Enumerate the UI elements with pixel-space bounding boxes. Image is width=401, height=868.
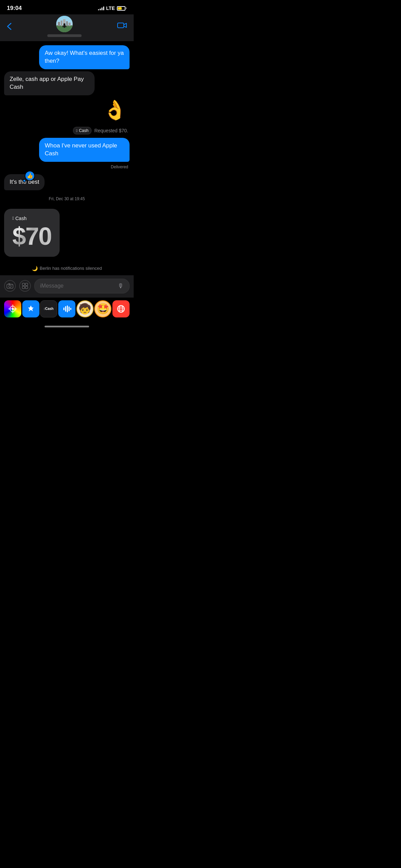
dock-cash-label: Cash xyxy=(44,307,53,311)
message-sent-2: Whoa I've never used Apple Cash xyxy=(4,138,130,162)
notifications-silenced: 🌙 Berlin has notifications silenced xyxy=(4,266,130,271)
svg-rect-29 xyxy=(69,306,70,311)
avatar xyxy=(56,16,73,32)
svg-point-13 xyxy=(9,285,11,288)
message-input-wrapper: iMessage 🎙 xyxy=(34,279,130,293)
svg-point-21 xyxy=(12,308,14,310)
bubble-received-1[interactable]: Zelle, cash app or Apple Pay Cash xyxy=(4,71,95,95)
apple-cash-request-row:  Cash Requested $70. xyxy=(4,127,130,134)
dock-web-app[interactable] xyxy=(112,300,130,317)
video-call-button[interactable] xyxy=(117,22,127,31)
battery-tip xyxy=(126,7,127,9)
svg-point-22 xyxy=(12,304,14,308)
dock-appstore-app[interactable] xyxy=(22,300,39,317)
svg-point-25 xyxy=(14,308,17,310)
status-bar: 19:04 LTE ⚡ xyxy=(0,0,134,14)
svg-rect-27 xyxy=(65,306,66,312)
bubble-sent-2[interactable]: Whoa I've never used Apple Cash xyxy=(39,138,130,162)
app-dock: Cash 🧒 🤩 xyxy=(0,298,134,323)
home-bar xyxy=(45,326,89,327)
svg-rect-17 xyxy=(25,283,28,286)
svg-point-23 xyxy=(12,310,14,313)
svg-point-15 xyxy=(12,285,12,285)
apps-button[interactable] xyxy=(19,280,31,292)
bubble-sent-1[interactable]: Aw okay! What's easiest for ya then? xyxy=(39,45,130,69)
signal-bar-4 xyxy=(103,7,104,10)
svg-rect-11 xyxy=(118,23,124,28)
status-time: 19:04 xyxy=(7,5,22,12)
messages-area: Aw okay! What's easiest for ya then? Zel… xyxy=(0,41,134,275)
battery-fill: ⚡ xyxy=(118,7,122,10)
camera-button[interactable] xyxy=(4,280,16,292)
battery-bolt-icon: ⚡ xyxy=(118,7,122,10)
svg-rect-30 xyxy=(70,308,71,310)
message-received-reaction-wrapper: It's the best 👍 xyxy=(4,174,130,190)
svg-point-24 xyxy=(8,308,12,310)
apple-cash-card-row:  Cash $70 xyxy=(4,207,130,258)
svg-rect-8 xyxy=(63,25,65,28)
back-button[interactable] xyxy=(7,23,12,30)
svg-rect-28 xyxy=(67,305,68,312)
dock-memoji2-app[interactable]: 🤩 xyxy=(94,300,111,317)
home-indicator xyxy=(0,323,134,329)
signal-bar-3 xyxy=(101,8,102,10)
battery-body: ⚡ xyxy=(117,6,125,11)
svg-rect-6 xyxy=(69,23,71,26)
dock-memoji1-app[interactable]: 🧒 xyxy=(76,300,94,317)
reaction-thumbsup-icon: 👍 xyxy=(25,171,35,181)
memoji2-icon: 🤩 xyxy=(97,303,109,315)
input-placeholder-text: iMessage xyxy=(40,283,63,289)
apple-cash-card-logo:  Cash xyxy=(12,216,51,221)
message-sent-1: Aw okay! What's easiest for ya then? xyxy=(4,45,130,69)
avatar-image xyxy=(56,16,73,32)
apple-cash-amount: $70 xyxy=(12,224,51,249)
status-icons: LTE ⚡ xyxy=(98,5,127,11)
delivered-label: Delivered xyxy=(4,165,130,169)
timestamp: Fri, Dec 30 at 19:45 xyxy=(4,196,130,201)
dock-soundwave-app[interactable] xyxy=(58,300,75,317)
signal-bar-1 xyxy=(98,9,99,10)
dock-photos-app[interactable] xyxy=(4,300,21,317)
apple-cash-card[interactable]:  Cash $70 xyxy=(4,209,60,257)
emoji-message: 👌 xyxy=(4,99,130,121)
memoji1-icon: 🧒 xyxy=(78,303,91,315)
svg-rect-2 xyxy=(58,22,60,26)
reaction-dot xyxy=(23,179,26,182)
contact-name-redacted xyxy=(47,34,82,37)
message-received-1: Zelle, cash app or Apple Pay Cash xyxy=(4,71,130,95)
apple-icon:  xyxy=(76,129,77,133)
moon-icon: 🌙 xyxy=(32,266,38,271)
nav-header xyxy=(0,14,134,41)
message-input[interactable]: iMessage 🎙 xyxy=(34,279,130,293)
input-area: iMessage 🎙 xyxy=(0,275,134,298)
lte-indicator: LTE xyxy=(106,5,115,11)
svg-rect-19 xyxy=(25,286,28,289)
apple-cash-badge-label: Cash xyxy=(79,128,88,133)
svg-rect-16 xyxy=(22,283,25,286)
dock-apple-cash-app[interactable]: Cash xyxy=(40,300,57,317)
battery-icon: ⚡ xyxy=(117,6,127,11)
contact-info[interactable] xyxy=(47,16,82,37)
mic-button[interactable]: 🎙 xyxy=(118,282,124,290)
svg-rect-18 xyxy=(22,286,25,289)
notifications-silenced-text: Berlin has notifications silenced xyxy=(40,266,102,271)
message-received-2: It's the best xyxy=(4,174,130,190)
apple-cash-badge:  Cash xyxy=(73,127,92,134)
svg-rect-5 xyxy=(66,21,68,26)
apple-logo-icon:  xyxy=(12,216,14,221)
svg-rect-3 xyxy=(61,21,62,26)
apple-cash-request-text: Requested $70. xyxy=(94,128,128,133)
svg-rect-26 xyxy=(63,308,64,310)
apple-cash-card-label: Cash xyxy=(15,216,27,221)
signal-bars-icon xyxy=(98,6,104,10)
signal-bar-2 xyxy=(100,9,101,10)
